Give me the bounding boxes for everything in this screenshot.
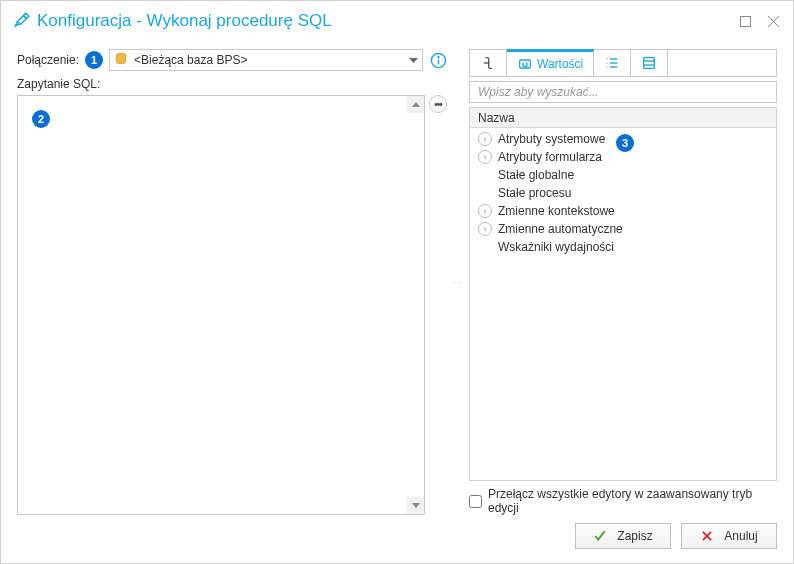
- advanced-mode-row: Przełącz wszystkie edytory w zaawansowan…: [469, 487, 777, 515]
- svg-point-6: [438, 56, 439, 57]
- expand-icon[interactable]: ›: [478, 132, 492, 146]
- connection-value: <Bieżąca baza BPS>: [134, 53, 403, 67]
- tab-strip: Wartości: [469, 49, 777, 77]
- save-button-label: Zapisz: [617, 529, 652, 543]
- content-area: Połączenie: 1 <Bieżąca baza BPS>: [1, 41, 793, 519]
- tab-list[interactable]: [594, 50, 631, 76]
- connection-combo[interactable]: <Bieżąca baza BPS>: [109, 49, 423, 71]
- sql-editor-wrap: 2 •••: [17, 95, 447, 515]
- tree-item[interactable]: Stałe procesu: [470, 184, 776, 202]
- tab-functions[interactable]: [470, 50, 507, 76]
- connection-label: Połączenie:: [17, 53, 79, 67]
- tree-body: ›Atrybuty systemowe ›Atrybuty formularza…: [470, 128, 776, 480]
- search-input-wrap: [469, 81, 777, 103]
- svg-rect-0: [740, 16, 750, 26]
- sql-label: Zapytanie SQL:: [17, 77, 447, 91]
- maximize-button[interactable]: [737, 13, 753, 29]
- tree-item-label: Atrybuty formularza: [498, 150, 602, 164]
- tree-panel: Nazwa ›Atrybuty systemowe ›Atrybuty form…: [469, 107, 777, 481]
- search-input[interactable]: [476, 84, 770, 100]
- cancel-button-label: Anuluj: [724, 529, 757, 543]
- database-icon: [114, 52, 128, 69]
- config-window: Konfiguracja - Wykonaj procedurę SQL Poł…: [0, 0, 794, 564]
- right-column: Wartości Nazwa ›Atrybuty systemowe ›Atry…: [469, 49, 777, 515]
- tree-item-label: Stałe procesu: [498, 186, 571, 200]
- tree-item[interactable]: ›Zmienne automatyczne: [470, 220, 776, 238]
- expand-spacer: [478, 186, 492, 200]
- cancel-button[interactable]: Anuluj: [681, 523, 777, 549]
- tab-values-label: Wartości: [537, 57, 583, 71]
- callout-badge-3: 3: [616, 134, 634, 152]
- close-button[interactable]: [765, 13, 781, 29]
- scroll-down-button[interactable]: [407, 497, 424, 514]
- scroll-up-button[interactable]: [407, 96, 424, 113]
- window-title: Konfiguracja - Wykonaj procedurę SQL: [37, 11, 332, 31]
- title-bar: Konfiguracja - Wykonaj procedurę SQL: [1, 1, 793, 41]
- tree-item[interactable]: Stałe globalne: [470, 166, 776, 184]
- expand-spacer: [478, 168, 492, 182]
- tab-values[interactable]: Wartości: [507, 49, 594, 76]
- splitter-handle[interactable]: ⋮: [455, 49, 461, 515]
- left-column: Połączenie: 1 <Bieżąca baza BPS>: [17, 49, 447, 515]
- info-icon[interactable]: [429, 51, 447, 69]
- expand-icon[interactable]: ›: [478, 222, 492, 236]
- tree-header[interactable]: Nazwa: [470, 108, 776, 128]
- chevron-down-icon: [409, 53, 418, 67]
- tree-item-label: Stałe globalne: [498, 168, 574, 182]
- sql-editor[interactable]: 2: [17, 95, 425, 515]
- dialog-footer: Zapisz Anuluj: [1, 519, 793, 563]
- tree-item[interactable]: Wskaźniki wydajności: [470, 238, 776, 256]
- cancel-icon: [700, 529, 714, 543]
- save-button[interactable]: Zapisz: [575, 523, 671, 549]
- connection-row: Połączenie: 1 <Bieżąca baza BPS>: [17, 49, 447, 71]
- callout-badge-2: 2: [32, 110, 50, 128]
- expand-spacer: [478, 240, 492, 254]
- expand-icon[interactable]: ›: [478, 150, 492, 164]
- tree-item[interactable]: ›Zmienne kontekstowe: [470, 202, 776, 220]
- tree-item-label: Zmienne automatyczne: [498, 222, 623, 236]
- advanced-mode-label: Przełącz wszystkie edytory w zaawansowan…: [488, 487, 777, 515]
- more-options-button[interactable]: •••: [429, 95, 447, 113]
- check-icon: [593, 529, 607, 543]
- tree-item-label: Wskaźniki wydajności: [498, 240, 614, 254]
- tab-form[interactable]: [631, 50, 668, 76]
- tree-item-label: Zmienne kontekstowe: [498, 204, 615, 218]
- expand-icon[interactable]: ›: [478, 204, 492, 218]
- advanced-mode-checkbox[interactable]: [469, 495, 482, 508]
- callout-badge-1: 1: [85, 51, 103, 69]
- tree-item-label: Atrybuty systemowe: [498, 132, 605, 146]
- tools-icon: [13, 11, 31, 32]
- svg-rect-14: [644, 58, 655, 69]
